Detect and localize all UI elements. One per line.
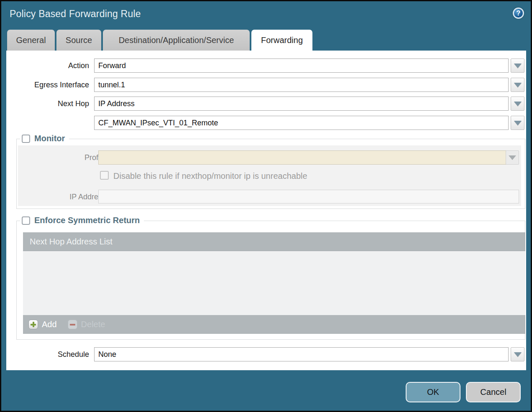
- disable-rule-label: Disable this rule if nexthop/monitor ip …: [113, 171, 307, 181]
- monitor-checkbox[interactable]: [22, 135, 30, 143]
- egress-interface-label: Egress Interface: [6, 78, 89, 92]
- schedule-dropdown-button[interactable]: [511, 347, 524, 361]
- next-hop-address-list-header: Next Hop Address List: [23, 232, 525, 251]
- dialog-title: Policy Based Forwarding Rule: [10, 8, 141, 20]
- egress-interface-dropdown-button[interactable]: [511, 78, 524, 92]
- ok-button[interactable]: OK: [406, 382, 460, 402]
- minus-icon: [68, 320, 77, 329]
- enforce-symmetric-return-legend-label: Enforce Symmetric Return: [34, 216, 140, 225]
- monitor-ip-address-label: IP Address: [18, 190, 106, 204]
- monitor-ip-address-input: [98, 190, 519, 203]
- delete-button: Delete: [68, 320, 105, 329]
- add-button-label: Add: [42, 320, 57, 329]
- next-hop-address-list-footer: Add Delete: [23, 315, 525, 334]
- action-label: Action: [6, 58, 89, 73]
- chevron-down-icon: [514, 352, 522, 357]
- enforce-symmetric-return-fieldset: Enforce Symmetric Return Next Hop Addres…: [16, 221, 525, 340]
- action-combobox: Forward: [94, 58, 524, 73]
- chevron-down-icon: [509, 155, 516, 160]
- action-dropdown-button[interactable]: [511, 58, 524, 73]
- help-icon[interactable]: ?: [513, 8, 524, 19]
- tab-label: General: [16, 36, 46, 45]
- egress-interface-value[interactable]: tunnel.1: [94, 78, 509, 92]
- chevron-down-icon: [514, 121, 522, 125]
- next-hop-combobox: IP Address: [94, 97, 524, 111]
- tab-source[interactable]: Source: [56, 30, 101, 51]
- tab-label: Forwarding: [261, 36, 303, 45]
- schedule-combobox: None: [94, 347, 524, 361]
- plus-icon: [28, 320, 38, 329]
- tab-destination-application-service[interactable]: Destination/Application/Service: [103, 30, 250, 51]
- profile-field: [98, 150, 506, 165]
- monitor-body: Profile Disable this rule if nexthop/mon…: [18, 145, 521, 206]
- next-hop-address-dropdown-button[interactable]: [511, 116, 524, 130]
- tab-label: Destination/Application/Service: [119, 36, 234, 45]
- tab-label: Source: [66, 36, 92, 45]
- next-hop-address-value[interactable]: CF_MWAN_IPsec_VTI_01_Remote: [94, 116, 509, 130]
- tab-general[interactable]: General: [7, 30, 55, 51]
- schedule-label: Schedule: [6, 347, 89, 361]
- enforce-symmetric-return-legend: Enforce Symmetric Return: [20, 216, 144, 225]
- forwarding-tab-panel: Action Forward Egress Interface tunnel.1…: [6, 51, 526, 370]
- cancel-button[interactable]: Cancel: [466, 382, 521, 402]
- next-hop-address-table: Next Hop Address List Add Delete: [23, 232, 525, 334]
- next-hop-value[interactable]: IP Address: [94, 97, 509, 111]
- next-hop-address-list-body: [23, 251, 525, 315]
- enforce-symmetric-return-checkbox[interactable]: [22, 216, 30, 225]
- next-hop-dropdown-button[interactable]: [511, 97, 524, 111]
- pbf-rule-dialog: Policy Based Forwarding Rule ? General S…: [0, 0, 532, 412]
- monitor-legend-label: Monitor: [34, 134, 65, 143]
- chevron-down-icon: [514, 102, 522, 106]
- action-value[interactable]: Forward: [94, 58, 509, 73]
- chevron-down-icon: [514, 64, 522, 68]
- disable-rule-checkbox: [100, 171, 109, 180]
- tab-forwarding[interactable]: Forwarding: [251, 30, 312, 51]
- next-hop-label: Next Hop: [6, 97, 89, 111]
- profile-label: Profile: [18, 150, 106, 165]
- chevron-down-icon: [514, 83, 522, 87]
- monitor-legend: Monitor: [20, 134, 69, 143]
- egress-interface-combobox: tunnel.1: [94, 78, 524, 92]
- next-hop-address-combobox: CF_MWAN_IPsec_VTI_01_Remote: [94, 116, 524, 130]
- schedule-value[interactable]: None: [94, 347, 509, 361]
- add-button[interactable]: Add: [28, 320, 57, 329]
- profile-dropdown-button: [506, 150, 519, 165]
- delete-button-label: Delete: [81, 320, 105, 329]
